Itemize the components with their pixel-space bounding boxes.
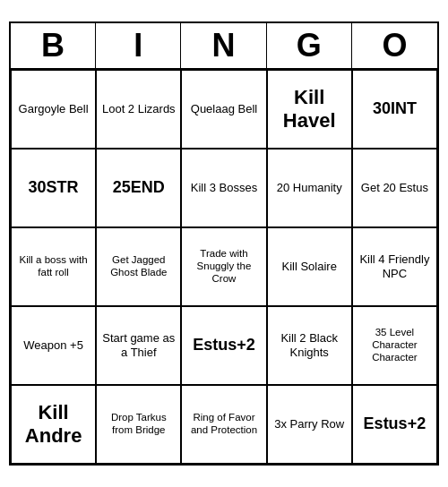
bingo-cell-22: Ring of Favor and Protection <box>181 385 266 464</box>
bingo-header: BINGO <box>11 23 437 70</box>
bingo-cell-1: Loot 2 Lizards <box>96 70 181 149</box>
bingo-cell-11: Get Jagged Ghost Blade <box>96 227 181 306</box>
bingo-cell-0: Gargoyle Bell <box>11 70 96 149</box>
bingo-cell-20: Kill Andre <box>11 385 96 464</box>
bingo-cell-12: Trade with Snuggly the Crow <box>181 227 266 306</box>
bingo-cell-15: Weapon +5 <box>11 306 96 385</box>
header-letter-N: N <box>181 23 266 68</box>
bingo-cell-16: Start game as a Thief <box>96 306 181 385</box>
bingo-cell-6: 25END <box>96 149 181 227</box>
bingo-cell-4: 30INT <box>352 70 437 149</box>
bingo-cell-21: Drop Tarkus from Bridge <box>96 385 181 464</box>
header-letter-G: G <box>267 23 352 68</box>
bingo-grid: Gargoyle BellLoot 2 LizardsQuelaag BellK… <box>11 70 437 464</box>
bingo-cell-8: 20 Humanity <box>267 149 352 227</box>
bingo-cell-7: Kill 3 Bosses <box>181 149 266 227</box>
header-letter-I: I <box>96 23 181 68</box>
bingo-cell-9: Get 20 Estus <box>352 149 437 227</box>
bingo-cell-24: Estus+2 <box>352 385 437 464</box>
bingo-cell-23: 3x Parry Row <box>267 385 352 464</box>
bingo-cell-5: 30STR <box>11 149 96 227</box>
bingo-cell-19: 35 Level Character Character <box>352 306 437 385</box>
header-letter-O: O <box>352 23 437 68</box>
bingo-cell-3: Kill Havel <box>267 70 352 149</box>
header-letter-B: B <box>11 23 96 68</box>
bingo-cell-17: Estus+2 <box>181 306 266 385</box>
bingo-cell-10: Kill a boss with fatt roll <box>11 227 96 306</box>
bingo-cell-2: Quelaag Bell <box>181 70 266 149</box>
bingo-cell-13: Kill Solaire <box>267 227 352 306</box>
bingo-cell-14: Kill 4 Friendly NPC <box>352 227 437 306</box>
bingo-card: BINGO Gargoyle BellLoot 2 LizardsQuelaag… <box>9 21 439 466</box>
bingo-cell-18: Kill 2 Black Knights <box>267 306 352 385</box>
